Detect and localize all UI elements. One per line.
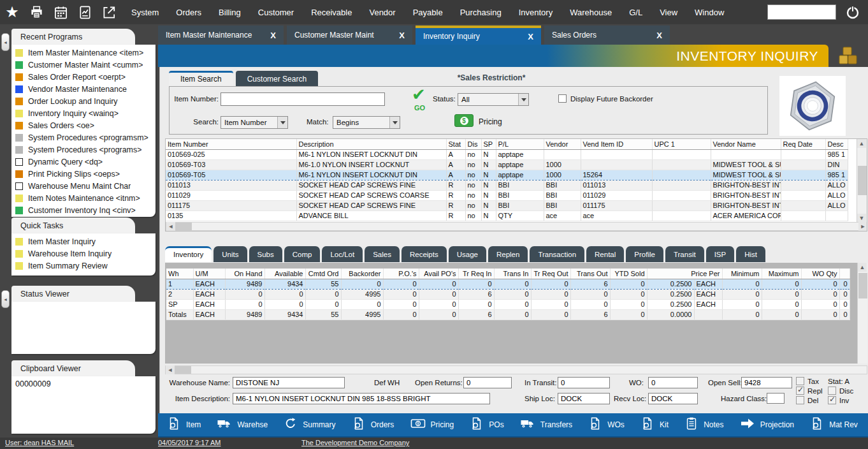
close-tab-icon[interactable]: X <box>656 31 662 40</box>
star-icon[interactable]: ★ <box>4 4 20 20</box>
results-col-item-number[interactable]: Item Number <box>166 139 296 149</box>
window-tab-item-master-maintenance[interactable]: Item Master Maintenance X <box>158 26 284 45</box>
recent-item-vendor-master-maintenance[interactable]: Vendor Master Maintenance <box>14 83 154 95</box>
checkbox-disc[interactable] <box>828 386 836 395</box>
status-dropdown[interactable]: All <box>458 93 529 106</box>
inventory-col-available[interactable]: Available <box>264 269 305 279</box>
go-label[interactable]: GO <box>414 104 425 112</box>
inventory-row[interactable]: 2EACH000499500600000.2500EACH0000 <box>166 289 850 299</box>
inventory-col-p-o-s[interactable]: P.O.'s <box>383 269 419 279</box>
inventory-col-tr-req-out[interactable]: Tr Req Out <box>531 269 570 279</box>
wo-input[interactable] <box>648 377 698 388</box>
detail-tab-usage[interactable]: Usage <box>449 246 486 262</box>
results-row[interactable]: 011013SOCKET HEAD CAP SCREWS FINERnoNBBI… <box>166 180 848 190</box>
hazard-class-input[interactable] <box>767 393 785 404</box>
close-tab-icon[interactable]: X <box>270 31 276 40</box>
inventory-col-wo-qty[interactable]: WO Qty <box>801 269 839 279</box>
results-horizontal-scrollbar[interactable]: ◄ ► <box>166 222 867 231</box>
detail-tab-transit[interactable]: Transit <box>665 246 704 262</box>
export-icon[interactable] <box>101 4 117 20</box>
toolbar-orders-button[interactable]: Orders <box>352 416 394 433</box>
results-row[interactable]: 011029SOCKET HEAD CAP SCREWS COARSERnoNB… <box>166 190 848 200</box>
toolbar-pos-button[interactable]: POs <box>470 416 503 433</box>
results-col-vendor-name[interactable]: Vendor Name <box>711 139 781 149</box>
calendar-icon[interactable] <box>52 4 69 20</box>
recent-item-order-lookup-and-inquiry[interactable]: Order Lookup and Inquiry <box>14 95 154 107</box>
print-icon[interactable] <box>28 4 45 20</box>
toolbar-warehse-button[interactable]: Warehse <box>217 416 268 434</box>
detail-tab-receipts[interactable]: Receipts <box>401 246 447 262</box>
results-col-upc-1[interactable]: UPC 1 <box>652 139 711 149</box>
detail-tab-profile[interactable]: Profile <box>626 246 663 262</box>
results-col-stat[interactable]: Stat <box>446 139 465 149</box>
toolbar-summary-button[interactable]: Summary <box>284 416 335 433</box>
results-row[interactable]: 010569-T03M6-1.0 NYLON INSERT LOCKNUTAno… <box>166 159 848 170</box>
inventory-col-cmtd-ord[interactable]: Cmtd Ord <box>305 269 341 279</box>
detail-tab-isp[interactable]: ISP <box>706 246 735 262</box>
results-col-vendor[interactable]: Vendor <box>544 139 581 149</box>
results-col-dis[interactable]: Dis <box>465 139 481 149</box>
detail-tab-units[interactable]: Units <box>213 246 247 262</box>
inventory-col-avail-po-s[interactable]: Avail PO's <box>419 269 458 279</box>
menu-orders[interactable]: Orders <box>176 8 201 17</box>
search-by-dropdown[interactable]: Item Number <box>221 116 288 129</box>
results-row[interactable]: 011175SOCKET HEAD CAP SCREWS FINERnoNBBI… <box>166 200 848 210</box>
checkbox-repl[interactable]: ✓ <box>796 386 804 395</box>
go-check-icon[interactable]: ✔ <box>412 86 426 103</box>
recent-item-customer-inventory-inq-cinv[interactable]: Customer Inventory Inq <cinv> <box>14 204 154 216</box>
scroll-thumb[interactable] <box>858 166 867 195</box>
scroll-thumb[interactable] <box>175 366 191 374</box>
results-col-sp[interactable]: SP <box>481 139 496 149</box>
checkbox-tax[interactable] <box>796 377 804 385</box>
power-settings-icon[interactable] <box>844 3 862 21</box>
inventory-col-maximum[interactable]: Maximum <box>762 269 801 279</box>
ship-loc-input[interactable] <box>558 393 610 404</box>
scroll-thumb[interactable] <box>858 273 867 298</box>
inventory-col-trans-in[interactable]: Trans In <box>494 269 531 279</box>
scroll-right-icon[interactable]: ► <box>858 222 867 231</box>
results-col-p-l[interactable]: P/L <box>496 139 544 149</box>
menu-customer[interactable]: Customer <box>258 8 294 17</box>
results-col-req-date[interactable]: Req Date <box>781 139 825 149</box>
toolbar-item-button[interactable]: Item <box>167 416 201 433</box>
menu-warehouse[interactable]: Warehouse <box>570 8 612 17</box>
inventory-col-price-per[interactable]: Price Per <box>647 269 722 279</box>
close-tab-icon[interactable]: X <box>528 32 533 41</box>
scroll-up-icon[interactable]: ▲ <box>858 263 867 272</box>
recent-item-warehouse-menu-maint-char[interactable]: Warehouse Menu Maint Char <box>14 180 154 192</box>
toolbar-projection-button[interactable]: Projection <box>740 416 794 434</box>
menu-purchasing[interactable]: Purchasing <box>460 8 502 17</box>
inventory-col-on-hand[interactable]: On Hand <box>225 269 264 279</box>
search-tab-item-search[interactable]: Item Search <box>169 71 233 87</box>
results-col-desc[interactable]: Desc <box>825 139 848 149</box>
recent-item-item-notes-maintenance-itnm[interactable]: Item Notes Maintenance <itnm> <box>14 192 154 204</box>
inventory-row[interactable]: 1EACH9489943455000000600.2500EACH0000 <box>166 279 850 289</box>
menu-vendor[interactable]: Vendor <box>369 8 395 17</box>
inventory-col-minimum[interactable]: Minimum <box>722 269 762 279</box>
inventory-vertical-scrollbar[interactable]: ▲ <box>857 263 867 364</box>
recent-item-print-picking-slips-oeps[interactable]: Print Picking Slips <oeps> <box>14 168 154 180</box>
checkbox-del[interactable] <box>796 396 804 404</box>
detail-tab-inventory[interactable]: Inventory <box>165 246 212 262</box>
recent-item-system-procedures-programs[interactable]: System Procedures <programs> <box>14 144 154 156</box>
results-row[interactable]: 010569-T05M6-1 NYLON INSERT LOCKNUT DINA… <box>166 170 848 180</box>
recent-item-inventory-inquiry-wainq[interactable]: Inventory Inquiry <wainq> <box>14 107 154 119</box>
recent-item-dynamic-query-dq[interactable]: Dynamic Query <dq> <box>14 156 154 168</box>
warehouse-name-input[interactable] <box>233 377 345 388</box>
recent-item-system-procedures-programsm[interactable]: System Procedures <programsm> <box>14 131 154 144</box>
menu-inventory[interactable]: Inventory <box>519 8 553 17</box>
recent-item-sales-order-report-oerpt[interactable]: Sales Order Report <oerpt> <box>14 71 154 83</box>
recent-item-customer-master-maint-cumm[interactable]: Customer Master Maint <cumm> <box>14 59 154 71</box>
scroll-down-icon[interactable]: ▼ <box>857 214 866 223</box>
toolbar-transfers-button[interactable]: Transfers <box>520 416 572 434</box>
detail-tab-transaction[interactable]: Transaction <box>530 246 584 262</box>
inventory-col-wh[interactable]: Wh <box>166 269 193 279</box>
quick-task-item-master-inquiry[interactable]: Item Master Inquiry <box>14 235 154 247</box>
quick-task-item-summary-review[interactable]: Item Summary Review <box>14 260 154 272</box>
global-search-input[interactable] <box>767 4 836 20</box>
inventory-col-backorder[interactable]: Backorder <box>341 269 383 279</box>
detail-tab-rental[interactable]: Rental <box>586 246 624 262</box>
open-sell-input[interactable] <box>741 377 792 388</box>
sidebar-collapse-arrow-icon[interactable]: ◄ <box>1 33 10 51</box>
menu-payable[interactable]: Payable <box>413 8 443 17</box>
